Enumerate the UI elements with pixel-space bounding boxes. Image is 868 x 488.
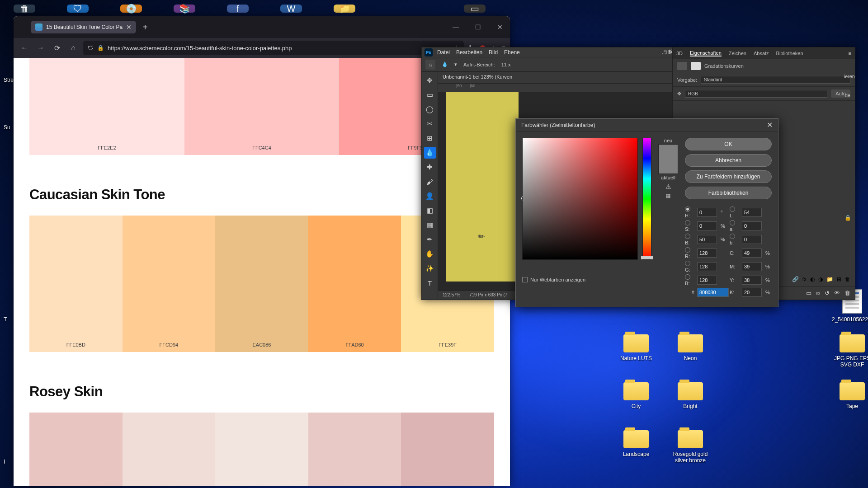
gamut-warning-icon[interactable]: ⚠ bbox=[665, 183, 671, 190]
type-tool[interactable]: T bbox=[424, 277, 436, 289]
color-swatch[interactable] bbox=[123, 413, 216, 486]
close-icon[interactable]: ✕ bbox=[767, 121, 773, 129]
a-input[interactable] bbox=[742, 221, 762, 230]
heal-tool[interactable]: ✚ bbox=[424, 161, 436, 173]
desktop-folder[interactable]: City bbox=[616, 382, 656, 409]
tab-bibliotheken[interactable]: Bibliotheken bbox=[776, 51, 803, 56]
close-button[interactable]: ✕ bbox=[494, 22, 506, 33]
shield-icon[interactable]: 🛡 bbox=[67, 5, 89, 13]
l-input[interactable] bbox=[742, 208, 762, 217]
m-input[interactable] bbox=[742, 262, 762, 271]
ps-canvas[interactable] bbox=[446, 92, 519, 282]
back-button[interactable]: ← bbox=[18, 42, 31, 54]
gradient-tool[interactable]: ▦ bbox=[424, 219, 436, 231]
bl-input[interactable] bbox=[697, 276, 717, 285]
adjust-icon[interactable]: ◑ bbox=[818, 276, 823, 282]
desktop-folder[interactable]: Bright bbox=[670, 382, 711, 409]
color-swatch[interactable]: EAC086 bbox=[215, 216, 308, 352]
s-input[interactable] bbox=[697, 221, 717, 230]
radio-r[interactable] bbox=[685, 247, 690, 253]
y-input[interactable] bbox=[742, 276, 762, 285]
radio-g[interactable] bbox=[685, 261, 690, 266]
shield-tracking-icon[interactable]: 🛡 bbox=[88, 45, 94, 52]
move-tool[interactable]: ✥ bbox=[424, 75, 436, 86]
home-button[interactable]: ⌂ bbox=[67, 42, 80, 54]
r-input[interactable] bbox=[697, 249, 717, 258]
home-icon[interactable]: ⌂ bbox=[425, 60, 435, 70]
color-field[interactable] bbox=[522, 138, 638, 260]
desktop-folder[interactable]: Neon bbox=[670, 334, 711, 361]
menu-bild[interactable]: Bild bbox=[489, 49, 498, 56]
menu-ebene[interactable]: Ebene bbox=[504, 49, 520, 56]
lock-icon[interactable]: 🔒 bbox=[97, 45, 104, 51]
desktop-folder[interactable]: Landscape bbox=[616, 430, 656, 457]
url-bar[interactable]: 🛡 🔒 https://www.schemecolor.com/15-beaut… bbox=[83, 41, 464, 55]
radio-a[interactable] bbox=[730, 220, 735, 225]
eyedropper-tool[interactable]: 💧 bbox=[424, 147, 436, 159]
wand-tool[interactable]: ✨ bbox=[424, 263, 436, 274]
b-input[interactable] bbox=[697, 235, 717, 244]
target-icon[interactable]: ✥ bbox=[677, 91, 681, 97]
recycle-bin-icon[interactable]: 🗑 bbox=[14, 5, 35, 13]
radio-l[interactable] bbox=[730, 206, 735, 212]
folder-icon[interactable]: 📁 bbox=[334, 5, 355, 13]
disc-icon[interactable]: 💿 bbox=[120, 5, 142, 13]
brush-tool[interactable]: 🖌 bbox=[424, 176, 436, 188]
calc-icon[interactable]: ▭ bbox=[464, 5, 486, 13]
eraser-tool[interactable]: ◧ bbox=[424, 205, 436, 216]
color-swatch[interactable]: FFC4C4 bbox=[184, 58, 340, 155]
cancel-button[interactable]: Abbrechen bbox=[685, 154, 772, 167]
color-swatch[interactable]: FFCD94 bbox=[123, 216, 216, 352]
preset-select[interactable]: Standard bbox=[701, 76, 850, 84]
hue-cursor[interactable] bbox=[641, 256, 653, 259]
lock-icon2[interactable]: 🔒 bbox=[844, 215, 851, 221]
current-color-swatch[interactable] bbox=[659, 159, 678, 174]
winrar-icon[interactable]: 📚 bbox=[174, 5, 195, 13]
hue-slider[interactable] bbox=[642, 138, 651, 260]
minimize-button[interactable]: — bbox=[449, 22, 462, 33]
radio-h[interactable] bbox=[685, 206, 690, 212]
bb-input[interactable] bbox=[742, 235, 762, 244]
facebook-icon[interactable]: f bbox=[227, 5, 249, 13]
marquee-tool[interactable]: ▭ bbox=[424, 89, 436, 101]
color-swatch[interactable] bbox=[215, 413, 308, 486]
desktop-folder[interactable]: Rosegold gold silver bronze bbox=[670, 430, 711, 464]
menu-bearbeiten[interactable]: Bearbeiten bbox=[456, 49, 482, 56]
color-swatch[interactable]: FFE2E2 bbox=[29, 58, 184, 155]
radio-bb[interactable] bbox=[730, 234, 735, 239]
maximize-button[interactable]: ☐ bbox=[472, 22, 485, 33]
ok-button[interactable]: OK bbox=[685, 138, 772, 150]
radio-bl[interactable] bbox=[685, 274, 690, 280]
footer-link-icon[interactable]: ∞ bbox=[816, 290, 820, 296]
radio-b[interactable] bbox=[685, 234, 690, 239]
panel-menu-icon[interactable]: ≡ bbox=[849, 51, 851, 56]
color-swatch[interactable]: FFE0BD bbox=[29, 216, 123, 352]
channel-select[interactable]: RGB bbox=[685, 90, 827, 98]
group-icon[interactable]: 📁 bbox=[826, 276, 833, 282]
add-swatch-button[interactable]: Zu Farbfeldern hinzufügen bbox=[685, 170, 772, 183]
tab-eigenschaften[interactable]: Eigenschaften bbox=[690, 50, 722, 56]
lasso-tool[interactable]: ◯ bbox=[424, 103, 436, 115]
tab-close-icon[interactable]: ✕ bbox=[126, 23, 132, 31]
hand-tool[interactable]: ✋ bbox=[424, 248, 436, 260]
fx-icon[interactable]: fx bbox=[802, 276, 807, 282]
options-sample-value[interactable]: 11 x bbox=[501, 62, 511, 67]
menu-datei[interactable]: Datei bbox=[437, 49, 450, 56]
footer-clip-icon[interactable]: ▭ bbox=[806, 290, 811, 296]
footer-trash-icon[interactable]: 🗑 bbox=[844, 290, 850, 296]
color-swatch[interactable] bbox=[401, 413, 494, 486]
link-icon[interactable]: 🔗 bbox=[792, 276, 799, 282]
desktop-folder[interactable]: Tape bbox=[832, 382, 868, 409]
forward-button[interactable]: → bbox=[34, 42, 47, 54]
color-swatch[interactable]: FFAD60 bbox=[308, 216, 401, 352]
browser-tab[interactable]: 15 Beautiful Skin Tone Color Pa ✕ bbox=[31, 21, 136, 33]
word-icon[interactable]: W bbox=[280, 5, 302, 13]
crop-tool[interactable]: ✂ bbox=[424, 118, 436, 130]
web-colors-only[interactable]: Nur Webfarben anzeigen bbox=[522, 277, 585, 282]
tab-absatz[interactable]: Absatz bbox=[754, 51, 769, 56]
hex-input[interactable] bbox=[697, 288, 729, 297]
color-picker-titlebar[interactable]: Farbwähler (Zielmitteltonfarbe) ✕ bbox=[516, 119, 778, 131]
color-swatch[interactable] bbox=[29, 413, 123, 486]
color-swatch[interactable] bbox=[308, 413, 401, 486]
new-tab-button[interactable]: + bbox=[142, 22, 148, 33]
